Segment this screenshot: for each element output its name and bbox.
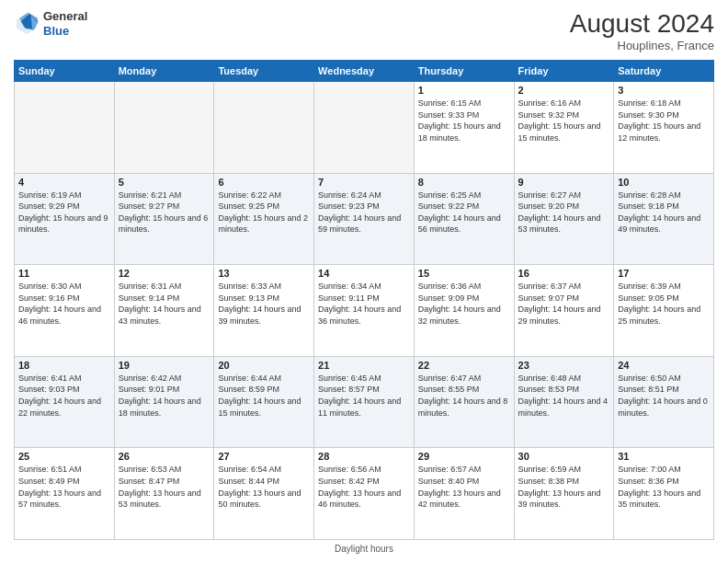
day-info: Sunrise: 6:48 AM Sunset: 8:53 PM Dayligh… (518, 373, 610, 419)
day-number: 11 (18, 268, 110, 279)
header-row: SundayMondayTuesdayWednesdayThursdayFrid… (15, 61, 714, 82)
day-number: 6 (218, 177, 310, 188)
col-header-friday: Friday (514, 61, 614, 82)
day-number: 18 (18, 360, 110, 371)
day-info: Sunrise: 6:51 AM Sunset: 8:49 PM Dayligh… (18, 464, 110, 510)
day-info: Sunrise: 6:53 AM Sunset: 8:47 PM Dayligh… (119, 464, 210, 510)
day-number: 10 (618, 177, 710, 188)
day-info: Sunrise: 6:54 AM Sunset: 8:44 PM Dayligh… (218, 464, 310, 510)
location: Houplines, France (570, 39, 714, 52)
day-number: 12 (119, 268, 210, 279)
page: General Blue August 2024 Houplines, Fran… (0, 0, 728, 563)
day-info: Sunrise: 6:36 AM Sunset: 9:09 PM Dayligh… (418, 281, 510, 327)
day-info: Sunrise: 6:18 AM Sunset: 9:30 PM Dayligh… (618, 98, 710, 144)
day-cell: 16 Sunrise: 6:37 AM Sunset: 9:07 PM Dayl… (514, 265, 614, 357)
day-cell: 29 Sunrise: 6:57 AM Sunset: 8:40 PM Dayl… (414, 448, 514, 540)
day-cell: 10 Sunrise: 6:28 AM Sunset: 9:18 PM Dayl… (614, 173, 714, 265)
day-number: 24 (618, 360, 710, 371)
logo-icon (14, 11, 40, 37)
day-number: 4 (18, 177, 110, 188)
day-info: Sunrise: 6:39 AM Sunset: 9:05 PM Dayligh… (618, 281, 710, 327)
day-cell (15, 82, 115, 174)
day-cell: 7 Sunrise: 6:24 AM Sunset: 9:23 PM Dayli… (314, 173, 415, 265)
day-cell: 2 Sunrise: 6:16 AM Sunset: 9:32 PM Dayli… (514, 82, 614, 174)
day-number: 3 (618, 85, 710, 96)
day-cell: 13 Sunrise: 6:33 AM Sunset: 9:13 PM Dayl… (214, 265, 314, 357)
col-header-saturday: Saturday (614, 61, 714, 82)
week-row-4: 18 Sunrise: 6:41 AM Sunset: 9:03 PM Dayl… (15, 356, 714, 448)
day-info: Sunrise: 6:19 AM Sunset: 9:29 PM Dayligh… (18, 190, 110, 236)
day-info: Sunrise: 6:25 AM Sunset: 9:22 PM Dayligh… (418, 190, 510, 236)
day-number: 23 (518, 360, 610, 371)
day-cell: 4 Sunrise: 6:19 AM Sunset: 9:29 PM Dayli… (15, 173, 115, 265)
day-number: 26 (119, 451, 210, 462)
daylight-label: Daylight hours (335, 544, 393, 554)
week-row-3: 11 Sunrise: 6:30 AM Sunset: 9:16 PM Dayl… (15, 265, 714, 357)
calendar-table: SundayMondayTuesdayWednesdayThursdayFrid… (14, 60, 714, 540)
day-number: 20 (218, 360, 310, 371)
day-number: 19 (119, 360, 210, 371)
day-info: Sunrise: 6:45 AM Sunset: 8:57 PM Dayligh… (318, 373, 410, 419)
day-info: Sunrise: 6:34 AM Sunset: 9:11 PM Dayligh… (318, 281, 410, 327)
day-cell: 23 Sunrise: 6:48 AM Sunset: 8:53 PM Dayl… (514, 356, 614, 448)
day-info: Sunrise: 6:47 AM Sunset: 8:55 PM Dayligh… (418, 373, 510, 419)
day-info: Sunrise: 6:16 AM Sunset: 9:32 PM Dayligh… (518, 98, 610, 144)
day-cell: 28 Sunrise: 6:56 AM Sunset: 8:42 PM Dayl… (314, 448, 415, 540)
day-cell: 19 Sunrise: 6:42 AM Sunset: 9:01 PM Dayl… (114, 356, 214, 448)
day-cell: 31 Sunrise: 7:00 AM Sunset: 8:36 PM Dayl… (614, 448, 714, 540)
day-info: Sunrise: 6:22 AM Sunset: 9:25 PM Dayligh… (218, 190, 310, 236)
day-number: 31 (618, 451, 710, 462)
week-row-1: 1 Sunrise: 6:15 AM Sunset: 9:33 PM Dayli… (15, 82, 714, 174)
day-cell: 8 Sunrise: 6:25 AM Sunset: 9:22 PM Dayli… (414, 173, 514, 265)
day-info: Sunrise: 6:37 AM Sunset: 9:07 PM Dayligh… (518, 281, 610, 327)
day-info: Sunrise: 6:44 AM Sunset: 8:59 PM Dayligh… (218, 373, 310, 419)
day-cell (314, 82, 415, 174)
day-number: 27 (218, 451, 310, 462)
day-number: 8 (418, 177, 510, 188)
day-cell: 11 Sunrise: 6:30 AM Sunset: 9:16 PM Dayl… (15, 265, 115, 357)
logo-blue-text: Blue (43, 24, 87, 39)
day-cell: 3 Sunrise: 6:18 AM Sunset: 9:30 PM Dayli… (614, 82, 714, 174)
day-cell (114, 82, 214, 174)
col-header-sunday: Sunday (15, 61, 115, 82)
day-number: 13 (218, 268, 310, 279)
day-cell: 9 Sunrise: 6:27 AM Sunset: 9:20 PM Dayli… (514, 173, 614, 265)
day-cell: 20 Sunrise: 6:44 AM Sunset: 8:59 PM Dayl… (214, 356, 314, 448)
day-cell: 30 Sunrise: 6:59 AM Sunset: 8:38 PM Dayl… (514, 448, 614, 540)
day-info: Sunrise: 6:59 AM Sunset: 8:38 PM Dayligh… (518, 464, 610, 510)
day-number: 15 (418, 268, 510, 279)
day-number: 28 (318, 451, 410, 462)
week-row-5: 25 Sunrise: 6:51 AM Sunset: 8:49 PM Dayl… (15, 448, 714, 540)
day-info: Sunrise: 6:56 AM Sunset: 8:42 PM Dayligh… (318, 464, 410, 510)
day-info: Sunrise: 6:33 AM Sunset: 9:13 PM Dayligh… (218, 281, 310, 327)
day-cell: 14 Sunrise: 6:34 AM Sunset: 9:11 PM Dayl… (314, 265, 415, 357)
logo-general-text: General (43, 9, 87, 24)
day-cell: 12 Sunrise: 6:31 AM Sunset: 9:14 PM Dayl… (114, 265, 214, 357)
day-number: 14 (318, 268, 410, 279)
day-info: Sunrise: 7:00 AM Sunset: 8:36 PM Dayligh… (618, 464, 710, 510)
calendar: SundayMondayTuesdayWednesdayThursdayFrid… (14, 60, 714, 540)
day-number: 17 (618, 268, 710, 279)
day-number: 9 (518, 177, 610, 188)
day-info: Sunrise: 6:30 AM Sunset: 9:16 PM Dayligh… (18, 281, 110, 327)
day-cell: 1 Sunrise: 6:15 AM Sunset: 9:33 PM Dayli… (414, 82, 514, 174)
day-info: Sunrise: 6:42 AM Sunset: 9:01 PM Dayligh… (119, 373, 210, 419)
month-year: August 2024 (570, 9, 714, 39)
col-header-thursday: Thursday (414, 61, 514, 82)
col-header-tuesday: Tuesday (214, 61, 314, 82)
day-info: Sunrise: 6:57 AM Sunset: 8:40 PM Dayligh… (418, 464, 510, 510)
day-cell: 21 Sunrise: 6:45 AM Sunset: 8:57 PM Dayl… (314, 356, 415, 448)
day-number: 30 (518, 451, 610, 462)
day-info: Sunrise: 6:50 AM Sunset: 8:51 PM Dayligh… (618, 373, 710, 419)
day-number: 1 (418, 85, 510, 96)
day-cell: 15 Sunrise: 6:36 AM Sunset: 9:09 PM Dayl… (414, 265, 514, 357)
day-number: 5 (119, 177, 210, 188)
day-number: 2 (518, 85, 610, 96)
day-cell (214, 82, 314, 174)
day-number: 16 (518, 268, 610, 279)
day-number: 25 (18, 451, 110, 462)
day-number: 21 (318, 360, 410, 371)
footer-note: Daylight hours (14, 544, 714, 554)
day-cell: 5 Sunrise: 6:21 AM Sunset: 9:27 PM Dayli… (114, 173, 214, 265)
day-info: Sunrise: 6:24 AM Sunset: 9:23 PM Dayligh… (318, 190, 410, 236)
